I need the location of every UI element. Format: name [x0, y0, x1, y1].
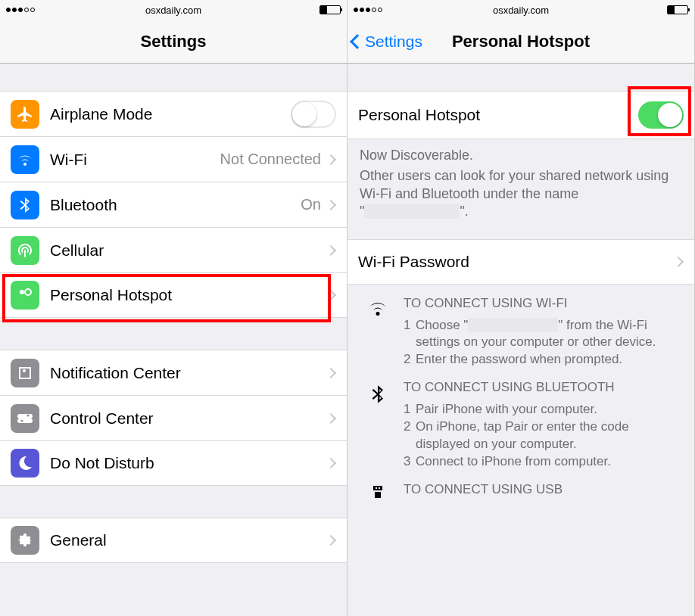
page-title: Settings [141, 32, 207, 51]
instruction-step: Connect to iPhone from computer. [416, 453, 685, 471]
back-button[interactable]: Settings [352, 33, 422, 51]
row-value: Not Connected [220, 151, 321, 168]
settings-row-airplane[interactable]: Airplane Mode [0, 91, 347, 136]
row-label: Airplane Mode [50, 105, 152, 123]
settings-screen: osxdaily.com Settings Airplane Mode Wi-F… [0, 0, 348, 616]
row-value: On [301, 196, 321, 213]
settings-row-control-center[interactable]: Control Center [0, 395, 347, 440]
discoverable-line1: Now Discoverable. [360, 147, 682, 164]
notification-center-icon [11, 359, 39, 387]
instructions-usb: TO CONNECT USING USB [348, 471, 694, 503]
chevron-right-icon [673, 256, 684, 266]
settings-row-general[interactable]: General [0, 518, 347, 563]
control-center-icon [11, 404, 39, 433]
cellular-icon [11, 236, 39, 265]
settings-row-hotspot[interactable]: Personal Hotspot [0, 272, 347, 318]
row-label: Control Center [50, 409, 154, 428]
chevron-right-icon [326, 154, 336, 164]
usb-icon [364, 481, 391, 503]
bluetooth-icon [364, 379, 391, 471]
status-title: osxdaily.com [0, 5, 347, 16]
row-label: Do Not Disturb [50, 454, 154, 472]
row-label: Bluetooth [50, 196, 117, 214]
row-label: Personal Hotspot [50, 286, 172, 304]
battery-icon [667, 5, 688, 14]
wifi-password-row[interactable]: Wi-Fi Password [348, 239, 694, 285]
instructions-title: TO CONNECT USING BLUETOOTH [404, 379, 685, 397]
instruction-step: On iPhone, tap Pair or enter the code di… [416, 418, 685, 453]
chevron-right-icon [326, 244, 336, 255]
wifi-icon [11, 145, 39, 174]
hotspot-screen: osxdaily.com Settings Personal Hotspot P… [348, 0, 695, 616]
discoverable-line2: Other users can look for your shared net… [360, 167, 682, 220]
settings-row-cellular[interactable]: Cellular [0, 227, 347, 272]
bluetooth-icon [11, 191, 39, 219]
gear-icon [11, 526, 39, 555]
instructions-bluetooth: TO CONNECT USING BLUETOOTH 1Pair iPhone … [348, 369, 694, 471]
moon-icon [11, 449, 39, 478]
settings-row-notification-center[interactable]: Notification Center [0, 350, 347, 395]
hotspot-icon [11, 281, 39, 310]
row-label: Wi-Fi [50, 151, 87, 169]
airplane-icon [11, 100, 39, 129]
navbar: Settings Personal Hotspot [348, 20, 694, 64]
page-title: Personal Hotspot [452, 32, 590, 51]
discoverable-text: Now Discoverable. Other users can look f… [348, 139, 694, 226]
instruction-step: Enter the password when prompted. [416, 351, 685, 369]
settings-row-do-not-disturb[interactable]: Do Not Disturb [0, 440, 347, 486]
chevron-right-icon [326, 367, 336, 378]
airplane-toggle[interactable] [291, 101, 336, 128]
chevron-right-icon [326, 458, 336, 468]
chevron-left-icon [350, 34, 365, 49]
row-label: General [50, 531, 107, 549]
instructions-title: TO CONNECT USING USB [404, 481, 685, 499]
status-title: osxdaily.com [348, 5, 694, 16]
chevron-right-icon [326, 290, 336, 300]
row-label: Personal Hotspot [358, 106, 480, 124]
settings-row-wifi[interactable]: Wi-Fi Not Connected [0, 136, 347, 182]
chevron-right-icon [326, 412, 336, 423]
instruction-step: Pair iPhone with your computer. [416, 401, 685, 418]
settings-row-bluetooth[interactable]: Bluetooth On [0, 182, 347, 227]
back-label: Settings [365, 33, 422, 51]
battery-icon [319, 5, 341, 14]
row-label: Cellular [50, 241, 104, 260]
navbar: Settings [0, 20, 347, 64]
instructions-title: TO CONNECT USING WI-FI [404, 295, 685, 313]
chevron-right-icon [326, 199, 336, 210]
row-label: Wi-Fi Password [358, 253, 469, 271]
hotspot-toggle-row[interactable]: Personal Hotspot [348, 91, 694, 139]
redacted-name: xxxxxxxxxxxxxx [364, 204, 460, 219]
wifi-icon [364, 295, 391, 369]
row-label: Notification Center [50, 364, 181, 382]
hotspot-toggle[interactable] [638, 101, 684, 129]
chevron-right-icon [326, 535, 336, 546]
status-bar: osxdaily.com [0, 0, 347, 20]
instruction-step: Choose "xxxxxxxxxxxxxx" from the Wi-Fi s… [416, 317, 685, 352]
status-bar: osxdaily.com [348, 0, 694, 20]
instructions-wifi: TO CONNECT USING WI-FI 1Choose "xxxxxxxx… [348, 285, 694, 369]
redacted-name: xxxxxxxxxxxxxx [468, 318, 558, 332]
